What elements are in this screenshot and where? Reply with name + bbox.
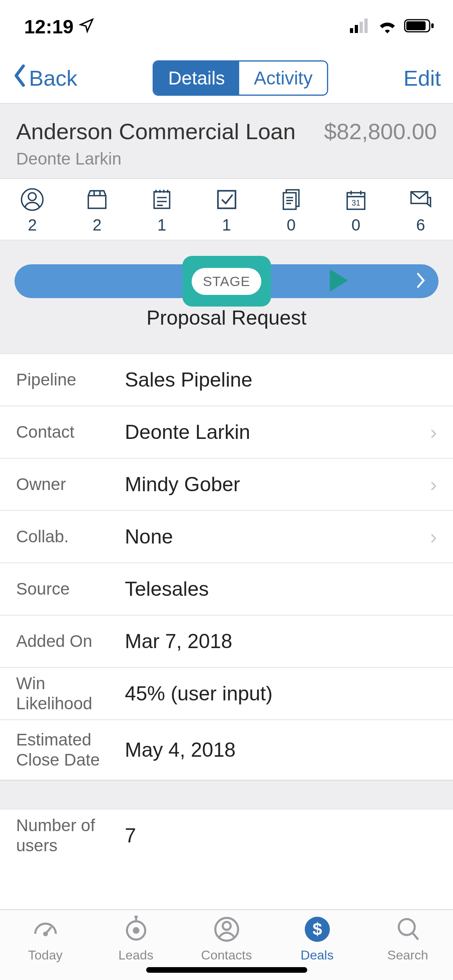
svg-point-8 [29,193,36,200]
label-added: Added On [16,631,125,651]
count-calendar-value: 0 [352,216,360,234]
svg-point-19 [134,928,138,933]
tab-deals-label: Deals [301,948,334,963]
chevron-right-icon: › [430,525,437,548]
search-icon [394,916,422,945]
segmented-control: Details Activity [153,60,328,96]
tab-search[interactable]: Search [362,910,453,968]
svg-rect-3 [364,19,368,33]
checkbox-icon [215,188,238,213]
notepad-icon [150,188,174,213]
count-products-value: 2 [93,216,101,234]
counts-row: 2 2 1 1 0 31 0 6 [0,179,453,240]
count-tasks[interactable]: 1 [194,179,259,240]
home-indicator[interactable] [146,967,307,973]
count-products[interactable]: 2 [65,179,130,240]
tab-today-label: Today [28,948,62,963]
deal-contact-subtitle: Deonte Larkin [16,149,437,169]
status-time: 12:19 [24,16,95,38]
tab-search-label: Search [387,948,428,963]
row-win: Win Likelihood 45% (user input) [0,668,453,720]
chevron-right-icon: › [430,420,437,444]
tab-contacts-label: Contacts [201,948,252,963]
count-calendar[interactable]: 31 0 [324,179,389,240]
clock-text: 12:19 [24,16,74,38]
count-tasks-value: 1 [222,216,231,234]
row-collab[interactable]: Collab. None › [0,511,453,563]
svg-point-26 [399,919,415,935]
svg-rect-2 [360,22,363,33]
tab-contacts[interactable]: Contacts [181,910,272,968]
chevron-right-icon [415,271,426,292]
content-area: Anderson Commercial Loan $82,800.00 Deon… [0,104,453,909]
chevron-right-icon: › [430,473,437,496]
stage-section: STAGE Proposal Request [0,240,453,354]
label-pipeline: Pipeline [16,370,125,390]
stage-pill[interactable]: STAGE [192,268,262,295]
count-files-value: 0 [287,216,296,234]
arrow-right-icon [277,264,358,298]
svg-rect-5 [406,21,426,30]
chevron-left-icon [12,64,27,93]
tab-activity[interactable]: Activity [239,62,327,95]
tab-deals[interactable]: $ Deals [272,910,362,968]
label-users: Number of users [16,815,125,856]
deal-header: Anderson Commercial Loan $82,800.00 Deon… [0,104,453,179]
value-win: 45% (user input) [125,682,437,705]
back-button[interactable]: Back [12,64,77,93]
deal-amount: $82,800.00 [324,118,437,144]
tab-leads[interactable]: Leads [91,910,181,968]
row-added: Added On Mar 7, 2018 [0,616,453,668]
edit-button[interactable]: Edit [403,66,441,91]
count-people[interactable]: 2 [0,179,65,240]
person-icon [21,188,44,213]
dollar-icon: $ [304,916,331,945]
gauge-icon [32,916,59,945]
label-source: Source [16,579,125,599]
cellular-icon [350,19,371,35]
count-mail[interactable]: 6 [388,179,453,240]
label-win: Win Likelihood [16,673,125,714]
section-gap [0,780,453,809]
target-icon [122,916,150,945]
files-icon [279,188,303,213]
row-source: Source Telesales [0,563,453,616]
count-notes-value: 1 [157,216,166,234]
value-pipeline: Sales Pipeline [125,368,437,391]
stage-bar[interactable]: STAGE [14,264,439,298]
svg-text:31: 31 [352,199,360,207]
tab-details[interactable]: Details [154,62,240,95]
label-collab: Collab. [16,527,125,547]
row-contact[interactable]: Contact Deonte Larkin › [0,406,453,459]
mail-icon [409,188,432,213]
svg-rect-6 [431,23,434,28]
svg-rect-1 [355,25,358,33]
label-owner: Owner [16,474,125,494]
value-users: 7 [125,824,437,847]
status-icons [350,18,435,35]
row-owner[interactable]: Owner Mindy Gober › [0,459,453,511]
svg-rect-10 [218,191,236,208]
svg-rect-0 [350,28,353,33]
count-mail-value: 6 [416,216,425,234]
status-bar: 12:19 [0,0,453,53]
details-list: Pipeline Sales Pipeline Contact Deonte L… [0,354,453,780]
row-close: Estimated Close Date May 4, 2018 [0,720,453,780]
label-close: Estimated Close Date [16,730,125,770]
svg-point-17 [44,932,47,935]
battery-icon [404,18,435,35]
value-added: Mar 7, 2018 [125,630,437,653]
count-files[interactable]: 0 [259,179,324,240]
details-list-2: Number of users 7 [0,809,453,862]
row-users: Number of users 7 [0,809,453,862]
stage-name: Proposal Request [14,306,439,329]
tab-today[interactable]: Today [0,910,91,968]
deal-title: Anderson Commercial Loan [16,118,296,144]
wifi-icon [377,18,397,35]
label-contact: Contact [16,422,125,442]
calendar-icon: 31 [344,188,368,213]
svg-point-23 [223,922,231,930]
stage-pill-highlight: STAGE [182,256,271,307]
location-icon [79,16,95,38]
count-notes[interactable]: 1 [129,179,194,240]
